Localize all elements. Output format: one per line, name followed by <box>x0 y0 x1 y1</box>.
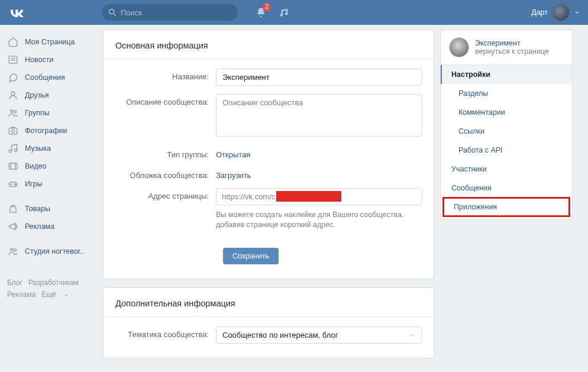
settings-menu-item[interactable]: Комментарии <box>441 103 572 122</box>
group-icon <box>7 108 19 118</box>
settings-menu-item[interactable]: Сообщения <box>441 179 572 198</box>
music-icon <box>7 143 19 154</box>
nav-item-msg[interactable]: Сообщения <box>4 69 97 86</box>
nav-item-label: Группы <box>25 109 50 117</box>
save-button[interactable]: Сохранить <box>223 248 279 264</box>
nav-item-label: Товары <box>25 205 50 213</box>
nav-item-label: Друзья <box>25 91 49 99</box>
search-wrap <box>102 4 238 21</box>
svg-point-11 <box>14 149 17 152</box>
notifications-icon[interactable]: 2 <box>256 7 266 18</box>
chevron-down-icon <box>574 9 580 15</box>
search-input[interactable] <box>102 4 238 21</box>
svg-line-1 <box>114 14 115 15</box>
user-menu[interactable]: Дарт <box>531 4 583 21</box>
nav-item-group[interactable]: Студия ногтевог.. <box>4 242 97 260</box>
settings-menu-item[interactable]: Работа с API <box>441 141 572 160</box>
svg-point-10 <box>9 150 12 153</box>
right-card: Эксперимент вернуться к странице Настрой… <box>440 30 573 219</box>
footer-link[interactable]: Блог <box>7 277 22 289</box>
nav-item-video[interactable]: Видео <box>4 157 97 175</box>
footer-link[interactable]: Реклама <box>7 289 35 300</box>
music-icon[interactable] <box>279 7 290 18</box>
svg-point-6 <box>11 110 14 113</box>
theme-select[interactable] <box>216 326 422 344</box>
main-column: Основная информация Название: Описание с… <box>103 30 434 358</box>
svg-rect-8 <box>9 128 17 135</box>
svg-point-7 <box>14 111 17 113</box>
footer-more[interactable]: Ещё <box>41 289 69 300</box>
back-to-page[interactable]: вернуться к странице <box>475 47 549 56</box>
community-avatar[interactable] <box>449 37 469 57</box>
svg-point-17 <box>15 185 17 186</box>
community-name-link[interactable]: Эксперимент <box>475 39 549 47</box>
label-cover: Обложка сообщества: <box>115 167 216 180</box>
nav-item-bag[interactable]: Товары <box>4 200 97 218</box>
user-icon <box>7 90 19 101</box>
topbar: 2 Дарт <box>0 0 588 25</box>
video-icon <box>7 161 19 172</box>
news-icon <box>7 54 19 65</box>
label-theme: Тематика сообщества: <box>115 326 216 339</box>
right-column: Эксперимент вернуться к странице Настрой… <box>440 30 573 358</box>
footer-link[interactable]: Разработчикам <box>28 277 79 289</box>
section-title: Дополнительная информация <box>104 288 434 317</box>
desc-textarea[interactable] <box>216 94 422 137</box>
card-main-info: Основная информация Название: Описание с… <box>103 30 434 279</box>
section-title: Основная информация <box>104 30 434 59</box>
avatar <box>553 4 569 21</box>
footer-links: Блог Разработчикам Реклама Ещё <box>4 273 97 304</box>
label-desc: Описание сообщества: <box>115 94 216 106</box>
svg-point-18 <box>11 248 14 251</box>
search-icon <box>108 8 117 17</box>
svg-rect-12 <box>9 163 17 170</box>
nav-item-label: Видео <box>25 162 47 170</box>
nav-item-game[interactable]: Игры <box>4 175 97 193</box>
user-name: Дарт <box>531 8 548 17</box>
nav-item-label: Студия ногтевог.. <box>25 247 84 255</box>
nav-item-label: Сообщения <box>25 73 65 82</box>
name-input[interactable] <box>216 69 422 86</box>
svg-point-9 <box>11 130 14 132</box>
label-addr: Адрес страницы: <box>115 188 216 200</box>
settings-menu-item[interactable]: Ссылки <box>441 122 572 141</box>
settings-menu-item[interactable]: Настройки <box>441 65 572 84</box>
settings-menu-item[interactable]: Разделы <box>441 84 572 103</box>
nav-item-user[interactable]: Друзья <box>4 86 97 104</box>
nav-item-ads[interactable]: Реклама <box>4 218 97 235</box>
nav-item-label: Реклама <box>25 222 54 231</box>
nav-item-label: Игры <box>25 180 42 188</box>
nav-item-photo[interactable]: Фотографии <box>4 122 97 140</box>
address-hint: Вы можете создать наклейки для Вашего со… <box>216 210 422 230</box>
address-redaction <box>276 191 341 202</box>
upload-cover-link[interactable]: Загрузить <box>216 167 251 180</box>
game-icon <box>7 179 19 189</box>
group-icon <box>7 246 19 257</box>
svg-point-19 <box>14 249 17 251</box>
svg-point-5 <box>11 92 15 95</box>
nav-item-group[interactable]: Группы <box>4 104 97 122</box>
nav-item-music[interactable]: Музыка <box>4 140 97 157</box>
label-type: Тип группы: <box>115 147 216 159</box>
nav-item-label: Моя Страница <box>25 38 75 46</box>
ads-icon <box>7 221 19 232</box>
nav-item-label: Фотографии <box>25 127 67 135</box>
group-type-link[interactable]: Открытая <box>216 147 250 159</box>
nav-item-label: Музыка <box>25 144 51 153</box>
nav-item-home[interactable]: Моя Страница <box>4 33 97 51</box>
nav-item-news[interactable]: Новости <box>4 51 97 69</box>
bag-icon <box>7 203 19 214</box>
label-name: Название: <box>115 69 216 81</box>
settings-menu-item[interactable]: Участники <box>441 160 572 179</box>
svg-point-0 <box>109 9 114 14</box>
nav-item-label: Новости <box>25 56 53 64</box>
notif-badge: 2 <box>263 3 271 11</box>
msg-icon <box>7 72 19 83</box>
settings-menu-item[interactable]: Приложения <box>443 198 570 216</box>
home-icon <box>7 37 19 47</box>
left-nav: Моя СтраницаНовостиСообщенияДрузьяГруппы… <box>4 30 97 358</box>
card-additional-info: Дополнительная информация Тематика сообщ… <box>103 287 434 358</box>
vk-logo[interactable] <box>8 8 25 17</box>
photo-icon <box>7 125 19 136</box>
